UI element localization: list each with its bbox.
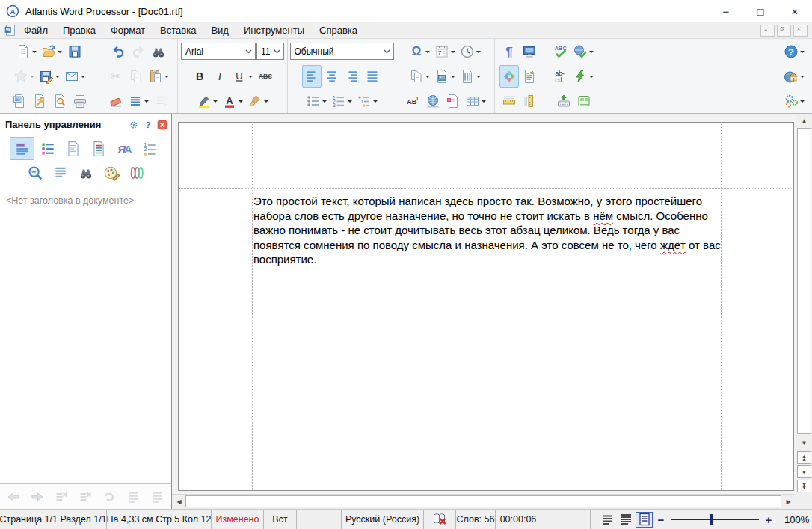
menu-0[interactable]: Файл [16, 23, 55, 37]
panel-close-button[interactable] [156, 119, 168, 131]
dropdown-arrow-icon[interactable] [476, 76, 481, 80]
help-button[interactable]: ? [782, 40, 807, 63]
line-spacing-button[interactable] [126, 90, 151, 112]
insert-hyperlink-button[interactable] [423, 90, 443, 112]
insert-image-button[interactable] [433, 65, 458, 88]
menu-6[interactable]: Справка [312, 23, 365, 37]
print-button[interactable] [70, 90, 90, 112]
new-document-button[interactable] [14, 40, 39, 63]
pane-fonts-button[interactable]: ЯA [111, 137, 136, 160]
clear-formatting-button[interactable] [106, 90, 126, 112]
menu-3[interactable]: Вставка [153, 23, 203, 37]
strikethrough-button[interactable]: ABC [256, 65, 275, 88]
underline-button[interactable]: U [230, 65, 255, 88]
align-right-button[interactable] [342, 65, 362, 88]
panel-settings-button[interactable] [128, 119, 140, 131]
font-color-button[interactable]: А [221, 90, 245, 112]
dropdown-arrow-icon[interactable] [800, 51, 805, 55]
select-browse-object-button[interactable]: ● [797, 465, 811, 478]
save-special-button[interactable] [37, 65, 62, 88]
insert-date-button[interactable]: 7 [433, 40, 458, 63]
dropdown-arrow-icon[interactable] [322, 100, 327, 105]
format-painter-button[interactable] [246, 90, 271, 112]
dropdown-arrow-icon[interactable] [164, 76, 169, 80]
align-justify-button[interactable] [363, 65, 382, 88]
document-page[interactable]: Это простой текст, который написан здесь… [178, 122, 794, 491]
dropdown-arrow-icon[interactable] [482, 100, 486, 105]
vertical-scroll-thumb[interactable] [797, 128, 811, 434]
hyphenation-button[interactable]: ab-cd [551, 65, 570, 88]
dropdown-arrow-icon[interactable] [32, 51, 37, 55]
horizontal-scroll-thumb[interactable] [185, 495, 781, 507]
menu-5[interactable]: Инструменты [236, 23, 312, 37]
previous-page-button[interactable]: ▲▲ [797, 451, 811, 464]
zoom-out-button[interactable]: − [654, 513, 668, 526]
mdi-minimize-button[interactable] [760, 25, 775, 37]
menu-2[interactable]: Формат [103, 23, 153, 37]
dropdown-arrow-icon[interactable] [239, 100, 243, 105]
dropdown-arrow-icon[interactable] [30, 76, 34, 80]
view-mode-draft-button[interactable] [598, 512, 615, 528]
dropdown-arrow-icon[interactable] [800, 76, 805, 80]
insert-table-button[interactable] [464, 90, 488, 112]
draft-view-button[interactable] [520, 65, 539, 88]
find-button[interactable] [149, 40, 168, 63]
zoom-slider-thumb[interactable] [710, 514, 713, 525]
close-button[interactable]: × [778, 0, 812, 22]
menu-4[interactable]: Вид [203, 23, 236, 37]
mdi-restore-button[interactable] [777, 25, 791, 37]
home-page-button[interactable] [782, 65, 807, 88]
minimize-button[interactable]: − [709, 0, 743, 22]
spell-check-button[interactable]: ABC [551, 40, 570, 63]
insert-file-button[interactable] [407, 65, 432, 88]
dropdown-arrow-icon[interactable] [348, 100, 352, 105]
view-mode-web-button[interactable] [617, 512, 634, 528]
color-scheme-button[interactable] [499, 65, 519, 88]
zoom-in-button[interactable]: + [762, 513, 775, 526]
dropdown-arrow-icon[interactable] [589, 76, 594, 80]
pane-zoom-button[interactable] [22, 161, 47, 184]
multilevel-list-button[interactable]: 1 [355, 90, 380, 112]
next-page-button[interactable]: ▼▼ [797, 480, 811, 492]
scroll-right-button[interactable]: ▶ [782, 495, 795, 508]
highlight-button[interactable] [195, 90, 220, 112]
combo-chevron-icon[interactable] [245, 49, 252, 54]
save-button[interactable] [65, 40, 84, 63]
italic-button[interactable]: I [210, 65, 230, 88]
dropdown-arrow-icon[interactable] [451, 76, 455, 80]
print-preview-button[interactable] [50, 90, 70, 112]
dropdown-arrow-icon[interactable] [213, 100, 218, 105]
hot-keys-button[interactable] [554, 90, 573, 112]
horizontal-ruler-button[interactable] [499, 90, 519, 112]
combo-chevron-icon[interactable] [274, 49, 280, 54]
pane-clips-button[interactable] [124, 161, 149, 184]
insert-bookmark-button[interactable] [443, 90, 463, 112]
pane-headings-button[interactable] [10, 137, 34, 160]
pane-fields-button[interactable] [86, 137, 111, 160]
menu-1[interactable]: Правка [55, 23, 103, 37]
numbered-list-button[interactable]: 123 [330, 90, 354, 112]
save-as-green-button[interactable] [574, 90, 594, 112]
dropdown-arrow-icon[interactable] [373, 100, 378, 105]
dropdown-arrow-icon[interactable] [451, 51, 455, 55]
bullet-list-button[interactable] [304, 90, 329, 112]
dropdown-arrow-icon[interactable] [476, 51, 481, 55]
align-left-button[interactable] [302, 65, 322, 88]
view-mode-page-button[interactable] [636, 512, 653, 528]
pane-toc-button[interactable] [35, 137, 60, 160]
send-mail-button[interactable] [63, 65, 87, 88]
open-document-button[interactable] [40, 40, 64, 63]
document-properties-button[interactable] [10, 90, 29, 112]
pane-sections-button[interactable] [61, 137, 85, 160]
vertical-ruler-button[interactable] [520, 90, 539, 112]
scroll-up-button[interactable]: ▲ [797, 114, 811, 127]
vertical-scrollbar[interactable]: ▲ ▼ ▲▲ ● ▼▼ [796, 114, 812, 509]
dropdown-arrow-icon[interactable] [58, 51, 62, 55]
pane-colors-button[interactable] [99, 161, 123, 184]
paste-button[interactable] [147, 65, 171, 88]
dropdown-arrow-icon[interactable] [55, 76, 60, 80]
dropdown-arrow-icon[interactable] [800, 100, 805, 105]
font-size-combo[interactable]: 11 [256, 43, 284, 60]
bold-button[interactable]: B [190, 65, 209, 88]
zoom-slider-track[interactable] [671, 519, 759, 520]
